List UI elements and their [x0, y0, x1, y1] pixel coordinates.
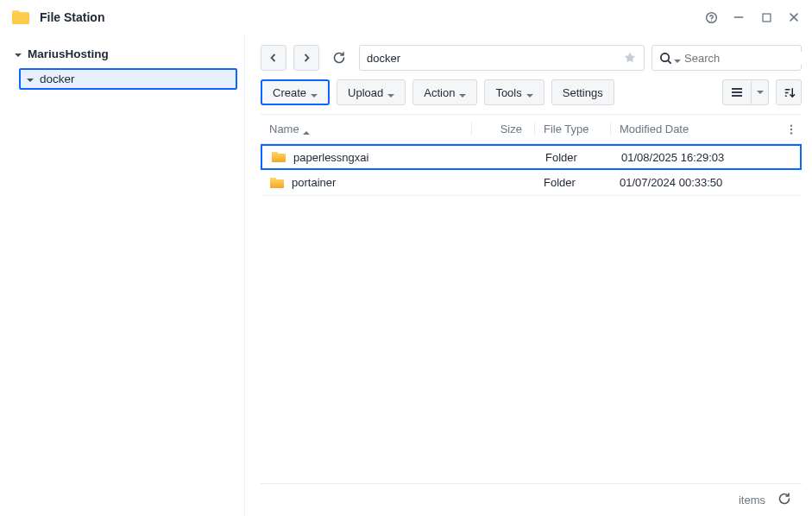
- create-button[interactable]: Create: [261, 79, 330, 105]
- table-header: Name Size File Type Modified Date: [261, 115, 802, 144]
- folder-icon: [271, 150, 286, 164]
- caret-icon: [26, 74, 36, 85]
- svg-point-16: [790, 132, 792, 134]
- col-size[interactable]: Size: [472, 123, 535, 135]
- minimize-icon[interactable]: [731, 9, 746, 25]
- upload-button[interactable]: Upload: [337, 79, 406, 105]
- svg-point-15: [790, 128, 792, 129]
- col-modified[interactable]: Modified Date: [611, 123, 781, 135]
- main: MariusHosting docker: [0, 35, 812, 516]
- col-type-label: File Type: [544, 123, 589, 135]
- tree-item-docker[interactable]: docker: [19, 68, 237, 90]
- file-name: paperlessngxai: [293, 151, 368, 164]
- sort-button[interactable]: [776, 79, 802, 105]
- tools-button-label: Tools: [495, 86, 521, 99]
- svg-rect-3: [763, 14, 771, 22]
- items-label: items: [739, 494, 765, 507]
- chevron-down-icon: [387, 89, 394, 96]
- toolbar-actions: Create Upload Action Tools Settings: [261, 79, 802, 105]
- star-icon[interactable]: [623, 51, 637, 65]
- file-type: Folder: [545, 151, 577, 164]
- chevron-down-icon: [311, 89, 318, 96]
- maximize-icon[interactable]: [758, 9, 774, 25]
- forward-button[interactable]: [293, 45, 319, 71]
- app-title: File Station: [40, 10, 104, 24]
- settings-button[interactable]: Settings: [551, 79, 614, 105]
- tree-root[interactable]: MariusHosting: [7, 43, 237, 65]
- svg-point-14: [790, 124, 792, 126]
- refresh-button[interactable]: [326, 45, 352, 71]
- settings-button-label: Settings: [563, 86, 603, 99]
- upload-button-label: Upload: [348, 86, 383, 99]
- col-type[interactable]: File Type: [535, 123, 611, 135]
- table-row[interactable]: portainer Folder 01/07/2024 00:33:50: [261, 170, 802, 196]
- toolbar-nav: [261, 45, 802, 71]
- list-view-button[interactable]: [722, 79, 752, 105]
- close-icon[interactable]: [786, 9, 802, 25]
- file-modified: 01/07/2024 00:33:50: [620, 176, 722, 189]
- chevron-down-icon: [526, 89, 533, 96]
- col-name[interactable]: Name: [261, 123, 472, 135]
- search-icon: [659, 52, 672, 65]
- sort-ascending-icon: [303, 126, 310, 133]
- chevron-down-icon[interactable]: [674, 54, 681, 61]
- content: Create Upload Action Tools Settings: [245, 35, 812, 516]
- search-input[interactable]: [684, 52, 812, 65]
- titlebar: File Station: [0, 0, 812, 35]
- column-menu-icon[interactable]: [781, 123, 802, 135]
- action-button-label: Action: [424, 86, 455, 99]
- svg-point-6: [661, 53, 669, 60]
- footer-refresh-icon[interactable]: [777, 492, 791, 508]
- file-name: portainer: [292, 176, 336, 189]
- path-input-wrap[interactable]: [359, 45, 645, 71]
- file-type: Folder: [544, 176, 576, 189]
- svg-point-1: [710, 20, 711, 21]
- action-button[interactable]: Action: [412, 79, 477, 105]
- tree-item-label: docker: [40, 72, 75, 85]
- caret-icon: [14, 49, 24, 60]
- svg-line-7: [668, 60, 670, 63]
- col-size-label: Size: [500, 123, 522, 135]
- help-icon[interactable]: [703, 9, 719, 25]
- file-modified: 01/08/2025 16:29:03: [621, 151, 724, 164]
- col-modified-label: Modified Date: [620, 123, 689, 135]
- view-mode-group: [722, 79, 769, 105]
- chevron-down-icon: [459, 89, 466, 96]
- search-wrap[interactable]: [651, 45, 802, 71]
- tree-root-label: MariusHosting: [28, 47, 109, 60]
- tools-button[interactable]: Tools: [484, 79, 544, 105]
- path-input[interactable]: [367, 52, 623, 65]
- sidebar: MariusHosting docker: [0, 35, 245, 516]
- view-dropdown-button[interactable]: [752, 79, 769, 105]
- file-table: Name Size File Type Modified Date: [261, 114, 802, 483]
- footer: items: [261, 483, 802, 516]
- back-button[interactable]: [261, 45, 286, 71]
- create-button-label: Create: [273, 86, 306, 99]
- app-icon: [10, 7, 31, 28]
- table-row[interactable]: paperlessngxai Folder 01/08/2025 16:29:0…: [261, 144, 802, 170]
- col-name-label: Name: [269, 123, 299, 135]
- folder-icon: [269, 176, 285, 190]
